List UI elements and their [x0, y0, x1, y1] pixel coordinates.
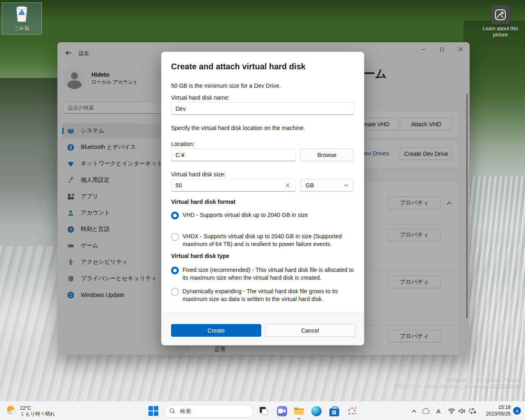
create-button[interactable]: Create: [171, 324, 261, 337]
store-icon: [329, 409, 339, 416]
location-intro: Specify the virtual hard disk location o…: [171, 125, 305, 131]
size-label: Virtual hard disk size:: [171, 171, 226, 178]
radio-label: Dynamically expanding - The virtual hard…: [183, 288, 356, 303]
size-unit-dropdown[interactable]: GB: [300, 179, 354, 192]
name-label: Virtual hard disk name:: [171, 94, 230, 101]
radio-selected-icon: [171, 267, 179, 274]
desktop: ごみ箱 Learn about this picture Windows 11 …: [0, 0, 525, 420]
wallpaper-hill: [463, 21, 525, 180]
radio-label: VHD - Supports virtual disk up to 2040 G…: [183, 211, 308, 219]
location-input[interactable]: [171, 148, 296, 161]
create-vhd-dialog: Create and attach virtual hard disk 50 G…: [161, 52, 364, 345]
snipping-tool-button[interactable]: ++: [346, 405, 358, 417]
chevron-down-icon: [344, 184, 348, 187]
radio-selected-icon: [171, 212, 179, 219]
vhd-name-input[interactable]: [171, 102, 354, 115]
edge-icon: [311, 406, 322, 416]
weather-condition: くもり時々晴れ: [20, 411, 55, 417]
dialog-footer: Create Cancel: [162, 312, 364, 345]
picture-icon: [491, 5, 510, 25]
clear-icon[interactable]: [283, 180, 292, 190]
cancel-button[interactable]: Cancel: [265, 324, 355, 337]
dialog-subtitle: 50 GB is the minimum size for a Dev Driv…: [171, 82, 281, 89]
volume-icon[interactable]: [457, 406, 466, 415]
taskbar: 22°C くもり時々晴れ: [0, 401, 525, 420]
taskbar-search-input[interactable]: [164, 404, 253, 418]
file-explorer-button[interactable]: [293, 405, 305, 417]
watermark-line2: 評価コピー。Build 23466.ni_prerelease.230522-1…: [395, 382, 522, 389]
radio-option-fixed-size[interactable]: Fixed size (recommended) - This virtual …: [171, 266, 356, 281]
running-app-indicator: [297, 418, 301, 419]
chat-icon: [277, 406, 287, 416]
radio-label: Fixed size (recommended) - This virtual …: [183, 266, 356, 281]
windows-logo-icon: [148, 406, 153, 411]
update-status-icon[interactable]: [468, 406, 477, 415]
radio-option-vhd[interactable]: VHD - Supports virtual disk up to 2040 G…: [171, 211, 356, 219]
recycle-bin-label: ごみ箱: [14, 25, 30, 32]
type-header: Virtual hard disk type: [171, 253, 229, 259]
chat-button[interactable]: [276, 405, 288, 417]
clock[interactable]: 15:18 2023/05/25: [486, 404, 511, 417]
ime-letter: A: [436, 408, 441, 415]
tray-time: 15:18: [486, 404, 511, 411]
snipping-tool-icon: ++: [349, 408, 355, 414]
notification-badge[interactable]: 4: [513, 407, 521, 415]
onedrive-icon[interactable]: [421, 406, 430, 415]
watermark-line1: Windows 11 Pro Insider Preview: [395, 376, 522, 382]
weather-icon: [6, 405, 17, 417]
wifi-icon[interactable]: [447, 406, 456, 415]
wallpaper-water-right: [468, 176, 525, 402]
dialog-title: Create and attach virtual hard disk: [171, 62, 306, 71]
recycle-bin-glyph: [14, 5, 30, 24]
tray-date: 2023/05/25: [486, 411, 511, 417]
edge-button[interactable]: [310, 405, 322, 417]
browse-button[interactable]: Browse: [300, 148, 354, 161]
insider-watermark: Windows 11 Pro Insider Preview 評価コピー。Bui…: [395, 376, 522, 389]
search-icon: [169, 408, 176, 414]
radio-unselected-icon: [171, 288, 179, 296]
location-label: Location:: [171, 141, 194, 147]
start-button[interactable]: [148, 406, 159, 416]
radio-label: VHDX - Supports virtual disk up to 2040 …: [183, 233, 356, 248]
folder-icon: [294, 406, 304, 415]
wallpaper-shade: [0, 0, 525, 45]
tray-chevron-up-icon[interactable]: [409, 406, 418, 415]
size-unit-value: GB: [306, 182, 314, 189]
radio-option-dynamic[interactable]: Dynamically expanding - The virtual hard…: [171, 288, 356, 303]
ime-mode-icon[interactable]: A: [434, 406, 443, 415]
learn-about-picture-icon[interactable]: Learn about this picture: [480, 5, 521, 38]
format-header: Virtual hard disk format: [171, 199, 235, 205]
size-input[interactable]: [171, 179, 296, 192]
widgets-weather-button[interactable]: 22°C くもり時々晴れ: [3, 403, 57, 419]
radio-option-vhdx[interactable]: VHDX - Supports virtual disk up to 2040 …: [171, 233, 356, 248]
recycle-bin-icon[interactable]: ごみ箱: [2, 2, 42, 34]
task-view-button[interactable]: [258, 405, 269, 417]
learn-about-picture-label: Learn about this picture: [480, 26, 521, 38]
microsoft-store-button[interactable]: [329, 405, 340, 417]
radio-unselected-icon: [171, 233, 179, 241]
weather-temperature: 22°C: [20, 405, 55, 411]
